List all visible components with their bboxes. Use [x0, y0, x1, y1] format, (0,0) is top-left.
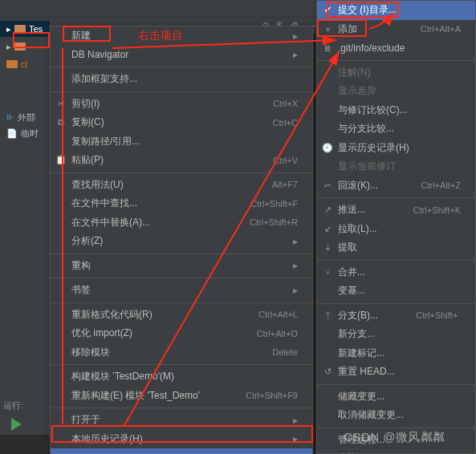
git-merge[interactable]: ⑂合并... — [317, 263, 475, 282]
menu-db-navigator[interactable]: DB Navigator▸ — [51, 46, 312, 65]
add-icon: ＋ — [322, 23, 333, 35]
menu-open-in[interactable]: 打开于▸ — [51, 411, 312, 430]
menu-build-module[interactable]: 构建模块 'TestDemo'(M) — [51, 367, 312, 387]
menu-new[interactable]: 新建▸ — [51, 26, 312, 46]
commit-icon: ✔ — [322, 5, 333, 15]
git-pull[interactable]: ↙拉取(L)... — [317, 220, 475, 239]
file-icon: 🗎 — [322, 43, 333, 53]
git-show-current-rev: 显示当前修订 — [317, 157, 475, 176]
merge-icon: ⑂ — [322, 267, 333, 277]
git-compare-branch[interactable]: 与分支比较... — [317, 120, 475, 139]
git-new-tag[interactable]: 新建标记... — [317, 344, 475, 363]
folder-icon — [14, 25, 26, 33]
tree-scratches[interactable]: 📄临时 — [0, 125, 50, 141]
menu-find-in-files[interactable]: 在文件中查找...Ctrl+Shift+F — [51, 194, 312, 213]
git-compare-revision[interactable]: 与修订比较(C)... — [317, 101, 475, 120]
menu-find-usages[interactable]: 查找用法(U)Alt+F7 — [51, 176, 312, 195]
fetch-icon: ⇣ — [322, 242, 333, 253]
cut-icon: ✂ — [55, 99, 67, 109]
git-reset-head[interactable]: ↺重置 HEAD... — [317, 363, 475, 382]
watermark: CSDN @微风粼粼 — [344, 430, 445, 445]
tree-root-label: Tes — [29, 24, 43, 34]
git-fetch[interactable]: ⇣提取 — [317, 238, 475, 257]
git-unstash[interactable]: 取消储藏变更... — [317, 406, 475, 425]
menu-git[interactable]: Git(G)▸ — [51, 448, 312, 454]
run-panel: 运行: — [0, 393, 32, 444]
tree-item[interactable]: ▸ — [0, 39, 50, 55]
project-tree: ▸ Tes ▸ cl ⊪外部 📄临时 — [0, 18, 50, 435]
copy-icon: ⧉ — [55, 117, 67, 128]
menu-cut[interactable]: ✂剪切(I)Ctrl+X — [51, 95, 312, 114]
menu-remove-module[interactable]: 移除模块Delete — [51, 343, 312, 363]
menu-copy-path[interactable]: 复制路径/引用... — [51, 132, 312, 152]
menu-refactor[interactable]: 重构▸ — [51, 257, 312, 276]
menu-optimize-imports[interactable]: 优化 import(Z)Ctrl+Alt+O — [51, 324, 312, 343]
paste-icon: 📋 — [55, 155, 67, 165]
menu-add-framework[interactable]: 添加框架支持... — [51, 70, 312, 89]
tree-root[interactable]: ▸ Tes — [0, 21, 50, 37]
git-rebase[interactable]: 变基... — [317, 282, 475, 301]
git-show-diff: 显示差异 — [317, 82, 475, 101]
git-clone[interactable]: 克隆 — [317, 449, 475, 454]
folder-icon — [6, 60, 18, 68]
git-stash[interactable]: 储藏变更... — [317, 387, 475, 407]
menu-paste[interactable]: 📋粘贴(P)Ctrl+V — [51, 151, 312, 170]
run-label: 运行: — [3, 400, 23, 410]
menu-replace-in-files[interactable]: 在文件中替换(A)...Ctrl+Shift+R — [51, 213, 312, 233]
git-submenu: ✔提交 (I)目录... ＋添加Ctrl+Alt+A 🗎.git/info/ex… — [316, 0, 476, 454]
git-add[interactable]: ＋添加Ctrl+Alt+A — [317, 20, 475, 39]
menu-copy[interactable]: ⧉复制(C)Ctrl+C — [51, 113, 312, 132]
menu-analyze[interactable]: 分析(Z)▸ — [51, 232, 312, 251]
git-annotate: 注解(N) — [317, 63, 475, 83]
context-menu: 新建▸ DB Navigator▸ 添加框架支持... ✂剪切(I)Ctrl+X… — [50, 26, 313, 454]
menu-rebuild-module[interactable]: 重新构建(E) 模块 'Test_Demo'Ctrl+Shift+F9 — [51, 387, 312, 406]
branch-icon: ᛘ — [322, 310, 333, 320]
git-exclude[interactable]: 🗎.git/info/exclude — [317, 39, 475, 58]
run-icon[interactable] — [8, 416, 24, 432]
git-rollback[interactable]: ⤺回滚(K)...Ctrl+Alt+Z — [317, 176, 475, 196]
pull-icon: ↙ — [322, 224, 333, 234]
push-icon: ↗ — [322, 205, 333, 215]
git-show-history[interactable]: 🕘显示历史记录(H) — [317, 139, 475, 158]
menu-local-history[interactable]: 本地历史记录(H)▸ — [51, 430, 312, 449]
folder-icon — [14, 43, 26, 51]
git-push[interactable]: ↗推送...Ctrl+Shift+K — [317, 201, 475, 220]
reset-icon: ↺ — [322, 367, 333, 377]
tree-ext-libs[interactable]: ⊪外部 — [0, 109, 50, 125]
git-branches[interactable]: ᛘ分支(B)...Ctrl+Shift+` — [317, 306, 475, 326]
rollback-icon: ⤺ — [322, 180, 333, 191]
git-commit[interactable]: ✔提交 (I)目录... — [317, 1, 475, 20]
history-icon: 🕘 — [322, 143, 333, 153]
git-new-branch[interactable]: 新分支... — [317, 325, 475, 344]
menu-bookmarks[interactable]: 书签▸ — [51, 281, 312, 300]
menu-reformat[interactable]: 重新格式化代码(R)Ctrl+Alt+L — [51, 306, 312, 325]
tree-item[interactable]: cl — [0, 56, 50, 72]
